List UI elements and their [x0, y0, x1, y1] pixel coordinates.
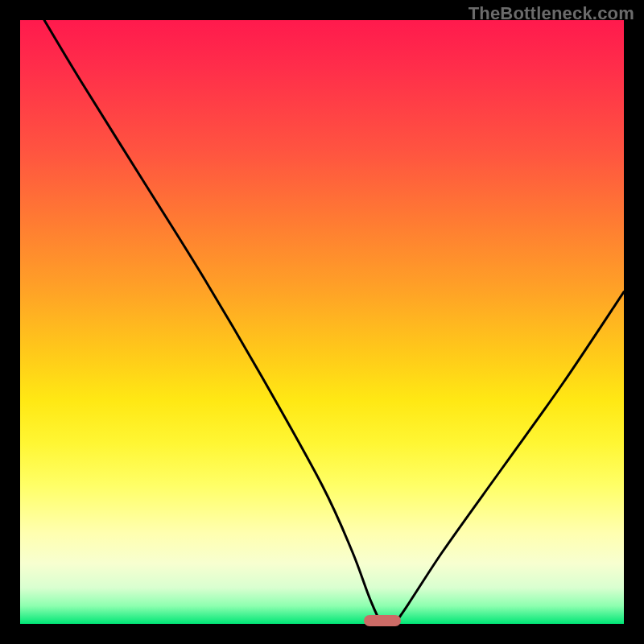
optimal-marker — [364, 615, 401, 626]
chart-container: TheBottleneck.com — [0, 0, 644, 644]
plot-area — [20, 20, 624, 624]
curve-path — [44, 20, 624, 624]
bottleneck-curve — [20, 20, 624, 624]
